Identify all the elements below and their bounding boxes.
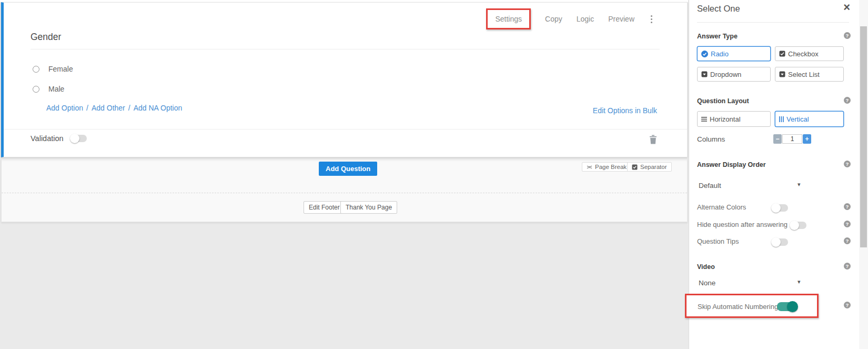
sidebar-title: Select One [697, 4, 740, 14]
video-help-icon[interactable] [844, 263, 851, 270]
horizontal-label: Horizontal [710, 115, 741, 123]
question-tips-label: Question Tips [697, 237, 739, 245]
chevron-down-icon[interactable] [798, 278, 801, 285]
separator-label: Separator [640, 164, 667, 170]
alternate-colors-toggle[interactable] [772, 204, 788, 212]
radio-label: Radio [711, 50, 729, 58]
radio-button-icon[interactable] [33, 66, 39, 73]
hide-question-toggle[interactable] [791, 222, 806, 229]
option-row: Male [33, 85, 64, 93]
answer-type-dropdown-button[interactable]: Dropdown [697, 67, 771, 82]
question-card: Settings Copy Logic Preview Gender Femal… [1, 2, 688, 157]
select-list-icon [779, 71, 785, 77]
radio-selected-icon [701, 51, 708, 57]
answer-type-radio-button[interactable]: Radio [697, 46, 771, 61]
columns-label: Columns [697, 135, 725, 143]
toggle-knob [771, 237, 781, 247]
option-links: Add Option / Add Other / Add NA Option [46, 104, 182, 112]
preview-button[interactable]: Preview [608, 15, 634, 23]
alternate-colors-help-icon[interactable] [844, 203, 851, 210]
scrollbar-thumb[interactable] [860, 26, 867, 247]
question-layout-help-icon[interactable] [844, 97, 851, 104]
separator-icon [632, 164, 638, 170]
dropdown-icon [701, 71, 708, 77]
answer-display-order-label: Answer Display Order [697, 161, 766, 168]
checkbox-label: Checkbox [788, 50, 819, 58]
skip-automatic-numbering-label: Skip Automatic Numbering [698, 303, 778, 311]
video-label: Video [697, 263, 715, 271]
scrollbar-track[interactable] [859, 0, 868, 349]
question-tips-toggle[interactable] [772, 238, 788, 246]
edit-options-in-bulk-link[interactable]: Edit Options in Bulk [593, 106, 657, 115]
link-separator: / [128, 104, 130, 112]
copy-button[interactable]: Copy [545, 15, 562, 23]
option-label[interactable]: Female [48, 65, 73, 73]
settings-annotation-box: Settings [486, 8, 531, 29]
add-other-link[interactable]: Add Other [92, 104, 125, 112]
skip-numbering-help-icon[interactable] [844, 302, 851, 308]
add-question-button[interactable]: Add Question [319, 162, 377, 176]
question-tips-help-icon[interactable] [844, 237, 851, 244]
close-icon[interactable] [843, 2, 850, 13]
radio-button-icon[interactable] [33, 86, 39, 93]
logic-button[interactable]: Logic [577, 15, 594, 23]
answer-type-checkbox-button[interactable]: Checkbox [775, 46, 844, 61]
title-divider [31, 49, 660, 49]
hide-question-label: Hide question after answering [697, 221, 788, 228]
validation-toggle[interactable] [71, 135, 87, 142]
page-break-button[interactable]: Page Break [582, 162, 631, 172]
columns-increment-button[interactable]: + [803, 134, 811, 144]
columns-decrement-button[interactable]: − [773, 134, 782, 144]
option-label[interactable]: Male [48, 85, 64, 93]
vertical-label: Vertical [786, 115, 809, 123]
edit-footer-button[interactable]: Edit Footer [304, 201, 345, 214]
layout-horizontal-button[interactable]: Horizontal [697, 111, 771, 127]
page-break-label: Page Break [595, 164, 627, 170]
toggle-knob [771, 203, 781, 213]
card-divider [4, 129, 687, 129]
columns-stepper: − + [773, 134, 811, 144]
sidebar-divider [697, 22, 849, 23]
delete-question-icon[interactable] [649, 135, 657, 146]
layout-vertical-button[interactable]: Vertical [775, 111, 844, 127]
video-select[interactable]: None [699, 279, 715, 287]
thank-you-page-button[interactable]: Thank You Page [340, 201, 397, 214]
settings-sidebar: Select One Answer Type Radio Checkbox [689, 0, 859, 349]
survey-builder-page: Settings Copy Logic Preview Gender Femal… [0, 0, 868, 349]
builder-panel: Add Question Page Break Separator Edit F… [1, 158, 688, 222]
vertical-bars-icon [779, 116, 784, 122]
question-layout-label: Question Layout [697, 97, 749, 105]
more-options-icon[interactable] [651, 18, 652, 20]
option-row: Female [33, 65, 73, 73]
toggle-knob [790, 221, 799, 230]
skip-automatic-numbering-toggle[interactable] [777, 302, 797, 311]
question-toolbar: Settings Copy Logic Preview [486, 8, 654, 29]
chevron-down-icon[interactable] [798, 181, 801, 188]
settings-button[interactable]: Settings [495, 15, 522, 23]
toggle-knob [70, 134, 79, 143]
footer-dashed-divider [2, 193, 687, 193]
dropdown-label: Dropdown [710, 71, 741, 78]
toggle-knob [787, 301, 798, 312]
validation-label: Validation [31, 134, 64, 143]
link-separator: / [86, 104, 88, 112]
answer-display-order-select[interactable]: Default [699, 182, 721, 190]
page-break-icon [587, 164, 592, 170]
validation-row: Validation [31, 134, 87, 143]
answer-type-help-icon[interactable] [844, 32, 851, 39]
add-na-option-link[interactable]: Add NA Option [134, 104, 183, 112]
question-title[interactable]: Gender [31, 32, 61, 43]
checkbox-icon [779, 51, 785, 57]
answer-display-order-help-icon[interactable] [844, 161, 851, 167]
columns-input[interactable] [782, 134, 802, 144]
answer-type-select-list-button[interactable]: Select List [775, 67, 844, 82]
select-list-label: Select List [788, 71, 820, 78]
horizontal-lines-icon [701, 117, 707, 122]
skip-numbering-annotation-box: Skip Automatic Numbering [685, 294, 819, 318]
hide-question-help-icon[interactable] [844, 221, 851, 227]
answer-type-label: Answer Type [697, 33, 738, 40]
add-option-link[interactable]: Add Option [46, 104, 83, 112]
separator-button[interactable]: Separator [627, 162, 672, 172]
alternate-colors-label: Alternate Colors [697, 203, 746, 211]
